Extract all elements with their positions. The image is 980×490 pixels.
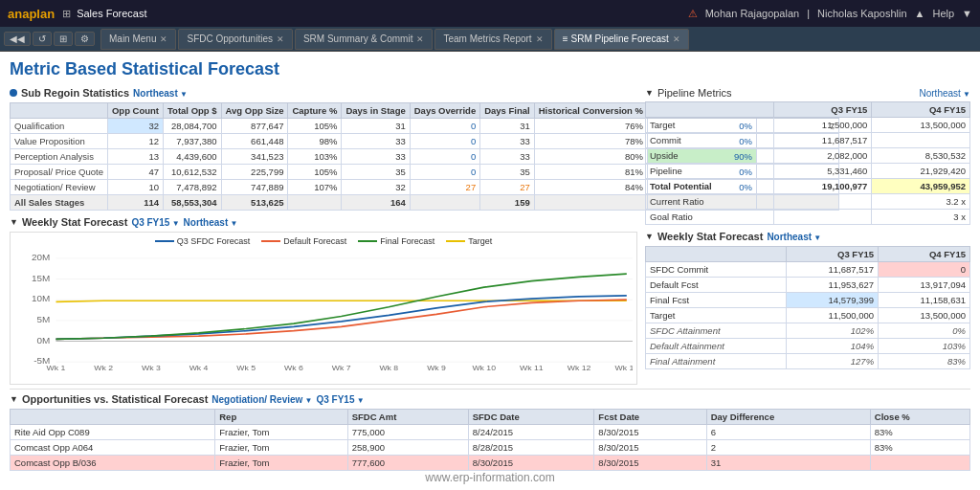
tab-close-pipeline[interactable]: ✕ [673, 34, 680, 44]
nav-gear-btn[interactable]: ⚙ [75, 32, 95, 46]
pipeline-header: ▼ Pipeline Metrics Northeast [645, 87, 970, 99]
pipeline-region-dropdown[interactable]: Northeast [920, 88, 971, 99]
opp-row-rep: Frazier, Tom [215, 440, 347, 456]
opp-row: Comcast Opp B/036 Frazier, Tom 777,600 8… [11, 456, 970, 471]
row-avg-opp: 341,523 [221, 149, 288, 165]
opp-row-close: 83% [870, 425, 969, 440]
pipeline-row-q4 [872, 133, 970, 148]
opp-header: ▼ Opportunities vs. Statistical Forecast… [10, 393, 970, 405]
row-days-final: 33 [480, 134, 535, 149]
chart-legend: Q3 SFDC Forecast Default Forecast Final … [14, 236, 633, 246]
refresh-btn[interactable]: ↺ [33, 32, 52, 46]
row-opp-count: 114 [107, 195, 163, 211]
sub-region-label: Sub Regoin Statistics [21, 87, 129, 99]
opp-row-opp: Rite Aid Opp C089 [11, 425, 215, 440]
pipeline-row: Current Ratio 3.2 x [646, 194, 970, 210]
left-quarter-dropdown[interactable]: Q3 FY15 [131, 217, 179, 228]
help-link[interactable]: Help [932, 8, 954, 19]
opp-col-close: Close % [870, 410, 969, 425]
tab-close-main[interactable]: ✕ [160, 34, 167, 44]
row-label: Qualification [11, 119, 108, 134]
legend-default-dot [261, 240, 280, 242]
right-collapse-icon[interactable]: ▼ [645, 232, 654, 241]
col-header-opp-count: Opp Count [107, 103, 163, 119]
pipeline-row-q3 [773, 210, 872, 225]
nav-grid-btn[interactable]: ⊞ [54, 32, 73, 46]
rw-row-q3: 14,579,399 [787, 293, 879, 308]
anaplan-logo: anaplan [8, 7, 55, 21]
opp-row-fcst-date: 8/30/2015 [594, 440, 706, 456]
tab-close-sfdc[interactable]: ✕ [277, 34, 284, 44]
row-days-final: 27 [480, 180, 535, 195]
legend-sfdc-label: Q3 SFDC Forecast [177, 236, 251, 246]
row-capture: 98% [288, 134, 342, 149]
right-region-dropdown[interactable]: Northeast [767, 232, 821, 242]
page-title: Metric Based Statistical Forecast [10, 59, 970, 79]
rw-row-label: SFDC Commit [646, 262, 787, 278]
legend-final: Final Forecast [358, 236, 434, 246]
pipeline-collapse-icon[interactable]: ▼ [645, 88, 654, 98]
opp-col-opp [11, 410, 215, 425]
tab-team-metrics[interactable]: Team Metrics Report✕ [434, 29, 551, 50]
legend-final-label: Final Forecast [380, 236, 434, 246]
opp-row-day-diff: 31 [706, 456, 870, 471]
pipeline-row-label: Goal Ratio [646, 210, 774, 225]
tab-close-srm[interactable]: ✕ [416, 34, 424, 44]
region-dropdown[interactable]: Northeast [133, 88, 188, 99]
tab-sfdc[interactable]: SFDC Opportunities✕ [178, 29, 292, 50]
tab-close-team[interactable]: ✕ [536, 34, 544, 44]
tab-pipeline-forecast[interactable]: ≡SRM Pipeline Forecast✕ [554, 29, 689, 50]
svg-text:10M: 10M [32, 295, 50, 303]
row-capture [288, 195, 342, 211]
row-label: Negotiation/ Review [11, 180, 108, 195]
nav-arrows: ◀◀ ↺ ⊞ ⚙ [4, 32, 95, 46]
rw-row-q3: 11,687,517 [787, 262, 879, 278]
right-weekly-label: Weekly Stat Forecast [657, 231, 763, 242]
legend-default-label: Default Forecast [283, 236, 346, 246]
nav-bar: ◀◀ ↺ ⊞ ⚙ Main Menu✕ SFDC Opportunities✕ … [0, 27, 980, 52]
row-avg-opp: 513,625 [221, 195, 288, 211]
user2-label[interactable]: Nicholas Kaposhlin [817, 8, 907, 19]
user1-label[interactable]: Mohan Rajagopalan [705, 8, 799, 19]
left-column: Sub Regoin Statistics Northeast Opp Coun… [10, 87, 637, 385]
opp-filter-dropdown[interactable]: Negotiation/ Review [212, 394, 312, 405]
opp-row-rep: Frazier, Tom [215, 456, 347, 471]
row-capture: 107% [288, 180, 342, 195]
row-label: Perception Analysis [11, 149, 108, 165]
row-hist-conv: 76% [534, 119, 647, 134]
row-days-override: 0 [410, 149, 479, 165]
grid-icon: ⊞ [62, 8, 71, 20]
left-forecast-section: ▼ Weekly Stat Forecast Q3 FY15 Northeast… [10, 216, 637, 385]
rw-row-q4: 0 [879, 262, 970, 278]
svg-text:20M: 20M [32, 254, 50, 262]
opp-quarter-dropdown[interactable]: Q3 FY15 [316, 394, 364, 405]
opp-row-sfdc-date: 8/28/2015 [468, 440, 594, 456]
tab-srm-summary[interactable]: SRM Summary & Commit✕ [295, 29, 433, 50]
separator2: ▲ [915, 8, 925, 19]
collapse-icon[interactable]: ▼ [10, 217, 18, 227]
row-opp-count: 47 [107, 165, 163, 180]
row-days-stage: 35 [342, 165, 410, 180]
opp-collapse-icon[interactable]: ▼ [10, 394, 18, 404]
row-avg-opp: 747,889 [221, 180, 288, 195]
opp-col-fcst-date: Fcst Date [594, 410, 706, 425]
svg-text:Wk 4: Wk 4 [189, 364, 209, 371]
row-days-override: 0 [410, 134, 479, 149]
pipeline-row: Goal Ratio 3 x [646, 210, 970, 225]
col-header-capture: Capture % [288, 103, 342, 119]
row-hist-conv: 80% [534, 149, 647, 165]
left-region-dropdown[interactable]: Northeast [184, 217, 238, 228]
row-total-opp: 4,439,600 [164, 149, 222, 165]
row-days-final: 31 [480, 119, 535, 134]
row-label: All Sales Stages [11, 195, 108, 211]
row-days-stage: 164 [342, 195, 410, 211]
opp-col-sfdc-date: SFDC Date [468, 410, 594, 425]
tab-main-menu[interactable]: Main Menu✕ [100, 29, 176, 50]
nav-back-btn[interactable]: ◀◀ [4, 32, 31, 46]
svg-text:Wk 8: Wk 8 [379, 364, 398, 371]
svg-text:15M: 15M [32, 274, 50, 282]
opp-row: Rite Aid Opp C089 Frazier, Tom 775,000 8… [11, 425, 970, 440]
row-total-opp: 7,478,892 [164, 180, 222, 195]
rw-row-q4: 13,500,000 [879, 308, 970, 323]
pipeline-row-q4: 3 x [872, 210, 970, 225]
